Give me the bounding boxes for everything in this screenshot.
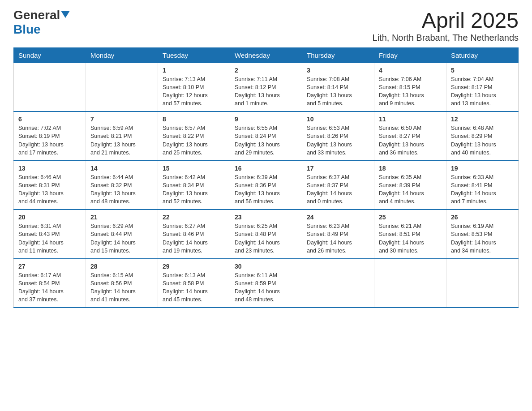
day-number: 10 (307, 116, 369, 123)
calendar-cell: 28Sunrise: 6:15 AMSunset: 8:56 PMDayligh… (86, 259, 158, 308)
header-day-thursday: Thursday (302, 47, 374, 63)
header-day-monday: Monday (86, 47, 158, 63)
day-number: 30 (235, 263, 297, 270)
calendar-cell: 13Sunrise: 6:46 AMSunset: 8:31 PMDayligh… (14, 161, 86, 210)
calendar-cell: 2Sunrise: 7:11 AMSunset: 8:12 PMDaylight… (230, 63, 302, 111)
day-info: Sunrise: 7:08 AMSunset: 8:14 PMDaylight:… (307, 75, 369, 108)
calendar-cell: 25Sunrise: 6:21 AMSunset: 8:51 PMDayligh… (374, 210, 446, 259)
calendar-cell: 17Sunrise: 6:37 AMSunset: 8:37 PMDayligh… (302, 161, 374, 210)
day-number: 14 (90, 165, 153, 172)
day-info: Sunrise: 6:37 AMSunset: 8:37 PMDaylight:… (307, 173, 369, 206)
day-number: 8 (163, 116, 225, 123)
header-day-friday: Friday (374, 47, 446, 63)
calendar-cell (14, 63, 86, 111)
header-day-saturday: Saturday (446, 47, 519, 63)
calendar-cell: 7Sunrise: 6:59 AMSunset: 8:21 PMDaylight… (86, 111, 158, 161)
day-number: 21 (90, 214, 153, 221)
day-info: Sunrise: 6:27 AMSunset: 8:46 PMDaylight:… (163, 222, 225, 255)
day-number: 27 (18, 263, 81, 270)
calendar-cell: 14Sunrise: 6:44 AMSunset: 8:32 PMDayligh… (86, 161, 158, 210)
day-info: Sunrise: 7:04 AMSunset: 8:17 PMDaylight:… (451, 75, 514, 108)
calendar-cell: 18Sunrise: 6:35 AMSunset: 8:39 PMDayligh… (374, 161, 446, 210)
day-info: Sunrise: 6:46 AMSunset: 8:31 PMDaylight:… (18, 173, 81, 206)
week-row-3: 13Sunrise: 6:46 AMSunset: 8:31 PMDayligh… (14, 161, 519, 210)
calendar-cell: 10Sunrise: 6:53 AMSunset: 8:26 PMDayligh… (302, 111, 374, 161)
calendar-cell: 30Sunrise: 6:11 AMSunset: 8:59 PMDayligh… (230, 259, 302, 308)
day-info: Sunrise: 6:15 AMSunset: 8:56 PMDaylight:… (90, 271, 153, 304)
day-info: Sunrise: 7:13 AMSunset: 8:10 PMDaylight:… (163, 75, 225, 108)
week-row-5: 27Sunrise: 6:17 AMSunset: 8:54 PMDayligh… (14, 259, 519, 308)
day-info: Sunrise: 6:53 AMSunset: 8:26 PMDaylight:… (307, 124, 369, 157)
calendar-cell: 12Sunrise: 6:48 AMSunset: 8:29 PMDayligh… (446, 111, 519, 161)
page-header: General Blue April 2025 Lith, North Brab… (13, 9, 519, 43)
day-number: 6 (18, 116, 81, 123)
calendar-cell (446, 259, 519, 308)
day-info: Sunrise: 6:50 AMSunset: 8:27 PMDaylight:… (379, 124, 442, 157)
day-info: Sunrise: 6:31 AMSunset: 8:43 PMDaylight:… (18, 222, 81, 255)
calendar-header: SundayMondayTuesdayWednesdayThursdayFrid… (14, 47, 519, 63)
day-info: Sunrise: 6:33 AMSunset: 8:41 PMDaylight:… (451, 173, 514, 206)
calendar-cell: 26Sunrise: 6:19 AMSunset: 8:53 PMDayligh… (446, 210, 519, 259)
day-number: 15 (163, 165, 225, 172)
day-number: 2 (235, 67, 297, 74)
logo-triangle-icon (61, 11, 70, 18)
day-number: 28 (90, 263, 153, 270)
day-number: 20 (18, 214, 81, 221)
day-number: 22 (163, 214, 225, 221)
calendar-cell: 24Sunrise: 6:23 AMSunset: 8:49 PMDayligh… (302, 210, 374, 259)
week-row-1: 1Sunrise: 7:13 AMSunset: 8:10 PMDaylight… (14, 63, 519, 111)
day-info: Sunrise: 7:11 AMSunset: 8:12 PMDaylight:… (235, 75, 297, 108)
calendar-cell (302, 259, 374, 308)
calendar-title: April 2025 (373, 9, 519, 33)
calendar-cell (86, 63, 158, 111)
calendar-cell: 20Sunrise: 6:31 AMSunset: 8:43 PMDayligh… (14, 210, 86, 259)
calendar-cell (374, 259, 446, 308)
calendar-cell: 21Sunrise: 6:29 AMSunset: 8:44 PMDayligh… (86, 210, 158, 259)
calendar-table: SundayMondayTuesdayWednesdayThursdayFrid… (13, 47, 519, 308)
day-info: Sunrise: 6:39 AMSunset: 8:36 PMDaylight:… (235, 173, 297, 206)
logo-text: General (13, 9, 70, 21)
calendar-cell: 29Sunrise: 6:13 AMSunset: 8:58 PMDayligh… (158, 259, 230, 308)
calendar-cell: 16Sunrise: 6:39 AMSunset: 8:36 PMDayligh… (230, 161, 302, 210)
day-info: Sunrise: 6:42 AMSunset: 8:34 PMDaylight:… (163, 173, 225, 206)
day-number: 7 (90, 116, 153, 123)
day-number: 13 (18, 165, 81, 172)
calendar-cell: 27Sunrise: 6:17 AMSunset: 8:54 PMDayligh… (14, 259, 86, 308)
day-info: Sunrise: 6:13 AMSunset: 8:58 PMDaylight:… (163, 271, 225, 304)
calendar-cell: 23Sunrise: 6:25 AMSunset: 8:48 PMDayligh… (230, 210, 302, 259)
header-day-sunday: Sunday (14, 47, 86, 63)
day-info: Sunrise: 6:55 AMSunset: 8:24 PMDaylight:… (235, 124, 297, 157)
day-number: 23 (235, 214, 297, 221)
day-info: Sunrise: 6:59 AMSunset: 8:21 PMDaylight:… (90, 124, 153, 157)
calendar-cell: 6Sunrise: 7:02 AMSunset: 8:19 PMDaylight… (14, 111, 86, 161)
calendar-cell: 9Sunrise: 6:55 AMSunset: 8:24 PMDaylight… (230, 111, 302, 161)
day-info: Sunrise: 6:11 AMSunset: 8:59 PMDaylight:… (235, 271, 297, 304)
day-info: Sunrise: 7:06 AMSunset: 8:15 PMDaylight:… (379, 75, 442, 108)
week-row-2: 6Sunrise: 7:02 AMSunset: 8:19 PMDaylight… (14, 111, 519, 161)
day-number: 3 (307, 67, 369, 74)
day-number: 16 (235, 165, 297, 172)
calendar-subtitle: Lith, North Brabant, The Netherlands (373, 33, 519, 43)
day-info: Sunrise: 6:29 AMSunset: 8:44 PMDaylight:… (90, 222, 153, 255)
day-number: 19 (451, 165, 514, 172)
day-number: 18 (379, 165, 442, 172)
header-day-tuesday: Tuesday (158, 47, 230, 63)
calendar-body: 1Sunrise: 7:13 AMSunset: 8:10 PMDaylight… (14, 63, 519, 308)
header-row: SundayMondayTuesdayWednesdayThursdayFrid… (14, 47, 519, 63)
day-info: Sunrise: 6:57 AMSunset: 8:22 PMDaylight:… (163, 124, 225, 157)
day-number: 26 (451, 214, 514, 221)
calendar-cell: 4Sunrise: 7:06 AMSunset: 8:15 PMDaylight… (374, 63, 446, 111)
day-number: 11 (379, 116, 442, 123)
calendar-cell: 19Sunrise: 6:33 AMSunset: 8:41 PMDayligh… (446, 161, 519, 210)
day-number: 5 (451, 67, 514, 74)
calendar-cell: 11Sunrise: 6:50 AMSunset: 8:27 PMDayligh… (374, 111, 446, 161)
day-number: 17 (307, 165, 369, 172)
day-info: Sunrise: 6:21 AMSunset: 8:51 PMDaylight:… (379, 222, 442, 255)
day-info: Sunrise: 7:02 AMSunset: 8:19 PMDaylight:… (18, 124, 81, 157)
day-number: 24 (307, 214, 369, 221)
day-number: 1 (163, 67, 225, 74)
calendar-cell: 22Sunrise: 6:27 AMSunset: 8:46 PMDayligh… (158, 210, 230, 259)
day-number: 4 (379, 67, 442, 74)
day-info: Sunrise: 6:17 AMSunset: 8:54 PMDaylight:… (18, 271, 81, 304)
day-number: 25 (379, 214, 442, 221)
